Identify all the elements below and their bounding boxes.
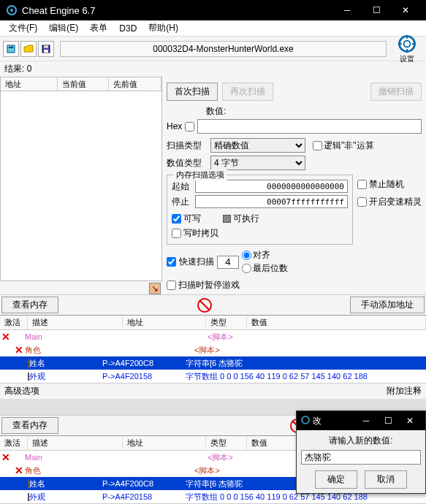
- dialog-title: 改: [313, 415, 322, 427]
- hdr-desc-2[interactable]: 描述: [28, 436, 123, 450]
- desc-cell: 角色: [22, 345, 108, 356]
- desc-cell: 姓名: [26, 358, 99, 369]
- results-list[interactable]: [0, 91, 162, 281]
- type-cell: 字节数组 0 0 0 156 40 119 0 62 57 145 140 62…: [183, 371, 426, 382]
- close-button[interactable]: ✕: [391, 0, 420, 20]
- no-random-checkbox[interactable]: [357, 180, 367, 189]
- save-button[interactable]: [38, 41, 54, 57]
- settings-area[interactable]: 设置: [391, 34, 423, 64]
- col-address[interactable]: 地址: [1, 77, 58, 91]
- view-memory-button[interactable]: 查看内存: [1, 297, 58, 313]
- results-header-row: 地址 当前值 先前值: [0, 77, 162, 91]
- speedhack-checkbox[interactable]: [357, 197, 367, 207]
- mem-scan-title: 内存扫描选项: [173, 169, 227, 180]
- advanced-options-button[interactable]: 高级选项: [4, 385, 39, 397]
- menu-d3d[interactable]: D3D: [113, 22, 142, 35]
- col-current-value[interactable]: 当前值: [58, 77, 109, 91]
- table-row[interactable]: 外观 P->A4F20158 字节数组 0 0 0 156 40 119 0 6…: [0, 370, 426, 383]
- svg-point-8: [404, 40, 411, 47]
- svg-rect-5: [44, 45, 48, 48]
- ok-button[interactable]: 确定: [315, 470, 357, 489]
- writable-checkbox[interactable]: [172, 214, 181, 224]
- logic-not-label: 逻辑"非"运算: [324, 140, 374, 152]
- fast-scan-checkbox[interactable]: [167, 257, 176, 267]
- hdr-addr-2[interactable]: 地址: [123, 436, 206, 450]
- active-toggle[interactable]: ✕: [1, 451, 10, 463]
- executable-label[interactable]: 可执行: [233, 213, 259, 225]
- results-panel: 地址 当前值 先前值: [0, 77, 162, 294]
- hex-checkbox[interactable]: [185, 122, 194, 131]
- menu-bar: 文件(F) 编辑(E) 表单 D3D 帮助(H): [0, 20, 426, 37]
- app-icon-small: [301, 416, 310, 427]
- svg-point-9: [302, 416, 309, 424]
- hex-label: Hex: [167, 121, 182, 131]
- no-random-label: 禁止随机: [369, 178, 404, 191]
- pause-game-checkbox[interactable]: [167, 280, 176, 290]
- hdr-active-2[interactable]: 激活: [0, 436, 28, 450]
- fast-scan-value-input[interactable]: [217, 256, 239, 269]
- settings-label: 设置: [400, 54, 414, 64]
- col-previous-value[interactable]: 先前值: [109, 77, 161, 91]
- process-name-text: 000032D4-MonsterHunterWorld.exe: [153, 44, 294, 54]
- dialog-maximize-button[interactable]: ☐: [377, 411, 399, 430]
- start-label: 起始: [172, 180, 192, 193]
- hdr-desc[interactable]: 描述: [28, 316, 123, 329]
- action-row: 查看内存 手动添加地址: [0, 294, 426, 315]
- stop-address-input[interactable]: [195, 195, 348, 208]
- dialog-minimize-button[interactable]: ─: [355, 411, 377, 430]
- memory-scan-options-group: 内存扫描选项 起始 停止 可写 可执行 写时拷贝: [167, 175, 353, 245]
- scan-value-input[interactable]: [197, 119, 422, 134]
- scan-type-label: 扫描类型: [167, 140, 208, 152]
- menu-table[interactable]: 表单: [84, 20, 113, 36]
- window-title: Cheat Engine 6.7: [22, 5, 332, 16]
- desc-cell: 外观: [26, 371, 99, 382]
- last-digits-radio[interactable]: [242, 264, 251, 273]
- view-memory-button-2[interactable]: 查看内存: [1, 417, 58, 434]
- hdr-active[interactable]: 激活: [0, 316, 28, 329]
- process-name-box[interactable]: 000032D4-MonsterHunterWorld.exe: [60, 41, 387, 57]
- open-process-button[interactable]: [3, 41, 19, 57]
- open-file-button[interactable]: [20, 41, 37, 57]
- type-cell: <脚本>: [205, 332, 426, 343]
- hdr-type[interactable]: 类型: [206, 316, 247, 329]
- cow-checkbox[interactable]: [172, 229, 181, 238]
- writable-label: 可写: [183, 213, 201, 225]
- value-type-label: 数值类型: [167, 157, 208, 169]
- toolbar: 000032D4-MonsterHunterWorld.exe 设置: [0, 37, 426, 61]
- menu-help[interactable]: 帮助(H): [142, 20, 184, 36]
- cow-label: 写时拷贝: [183, 227, 218, 240]
- attach-notes-button[interactable]: 附加注释: [387, 385, 422, 397]
- app-icon: [6, 4, 18, 16]
- minimize-button[interactable]: ─: [332, 0, 362, 20]
- new-value-input[interactable]: [301, 450, 421, 465]
- hdr-type-2[interactable]: 类型: [206, 436, 247, 450]
- start-address-input[interactable]: [195, 180, 348, 193]
- aligned-radio[interactable]: [242, 251, 251, 260]
- svg-rect-6: [44, 50, 48, 53]
- table-row[interactable]: ✕ Main <脚本>: [0, 330, 426, 343]
- manual-add-address-button[interactable]: 手动添加地址: [350, 297, 425, 313]
- ce-logo-icon: [397, 34, 417, 54]
- edit-value-dialog: 改 ─ ☐ ✕ 请输入新的数值: 确定 取消: [296, 411, 426, 494]
- scan-panel: 首次扫描 再次扫描 撤销扫描 数值: Hex 扫描类型 精确数值 逻辑"非"运算…: [162, 77, 426, 294]
- no-exec-icon[interactable]: [197, 298, 212, 313]
- svg-rect-3: [9, 47, 13, 48]
- menu-file[interactable]: 文件(F): [3, 20, 43, 36]
- svg-point-1: [10, 9, 13, 12]
- fast-scan-label: 快速扫描: [179, 256, 214, 268]
- logic-not-checkbox[interactable]: [313, 141, 322, 150]
- cancel-button[interactable]: 取消: [365, 470, 407, 489]
- add-to-list-arrow-button[interactable]: ↘: [149, 283, 161, 294]
- value-type-select[interactable]: 4 字节: [210, 156, 305, 170]
- active-toggle[interactable]: ✕: [1, 331, 10, 343]
- table-row[interactable]: ✕ 角色 <脚本>: [0, 343, 426, 356]
- scan-type-select[interactable]: 精确数值: [210, 138, 305, 153]
- maximize-button[interactable]: ☐: [362, 0, 391, 20]
- hdr-value[interactable]: 数值: [247, 316, 426, 329]
- table-row-selected[interactable]: 姓名 P->A4F200C8 字符串[6 杰骆驼: [0, 356, 426, 370]
- menu-edit[interactable]: 编辑(E): [43, 20, 84, 36]
- first-scan-button[interactable]: 首次扫描: [167, 83, 218, 101]
- pause-game-label: 扫描时暂停游戏: [178, 279, 240, 291]
- dialog-close-button[interactable]: ✕: [399, 411, 421, 430]
- hdr-addr[interactable]: 地址: [123, 316, 206, 329]
